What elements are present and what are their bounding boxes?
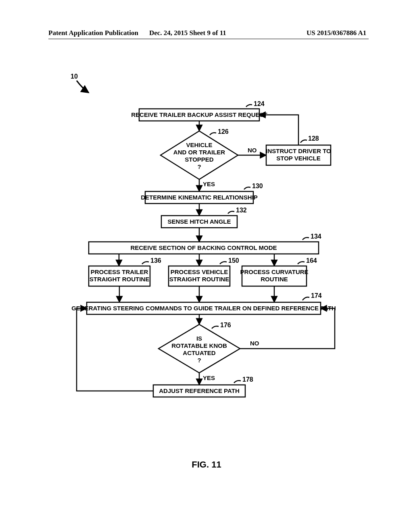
dec176-l4: ? [197,357,201,364]
label-178: 178 [242,376,253,383]
leader-130 [244,187,250,189]
flowchart-svg: 10 RECEIVE TRAILER BACKUP ASSIST REQUEST… [48,60,367,484]
figure-caption: FIG. 11 [0,459,413,470]
leader-164 [298,262,305,264]
dec176-yes: YES [203,374,215,381]
arrow-178-174 [77,308,153,391]
leader-134 [302,237,309,240]
dec126-l1: VEHICLE [186,141,212,148]
box-124-text: RECEIVE TRAILER BACKUP ASSIST REQUEST [131,111,267,118]
dec176-l3: ACTUATED [183,349,216,356]
label-132: 132 [236,207,247,214]
label-176: 176 [220,322,231,328]
leader-124 [246,105,252,107]
flowchart: 10 RECEIVE TRAILER BACKUP ASSIST REQUEST… [48,60,367,484]
dec126-l2: AND OR TRAILER [173,149,225,156]
leader-178 [234,380,241,383]
leader-126 [210,133,216,135]
header-left: Patent Application Publication [48,29,138,37]
page: Patent Application Publication Dec. 24, … [0,0,413,532]
box-136-l1: PROCESS TRAILER [91,268,148,275]
header-right: US 2015/0367886 A1 [307,29,366,37]
label-150: 150 [228,257,239,264]
box-174-text: GENERATING STEERING COMMANDS TO GUIDE TR… [71,305,336,312]
box-178-text: ADJUST REFERENCE PATH [159,387,239,394]
dec176-l1: IS [196,335,202,342]
label-124: 124 [254,100,265,107]
label-134: 134 [311,233,321,240]
dec126-yes: YES [203,181,215,187]
box-136-l2: STRAIGHT ROUTINE [90,276,149,283]
label-174: 174 [311,292,322,299]
box-164-l2: ROUTINE [261,276,288,283]
arrow-128-124 [259,115,298,145]
leader-176 [212,326,219,328]
dec176-no: NO [250,340,259,347]
label-164: 164 [306,257,317,264]
box-150-l1: PROCESS VEHICLE [171,268,228,275]
label-130: 130 [252,183,263,189]
ref-10: 10 [71,73,78,80]
header-center: Dec. 24, 2015 Sheet 9 of 11 [149,29,226,37]
box-150-l2: STRAIGHT ROUTINE [169,276,229,283]
box-132-text: SENSE HITCH ANGLE [168,218,231,225]
label-136: 136 [150,257,161,264]
label-128: 128 [308,135,319,142]
leader-128 [300,140,307,143]
dec126-l3: STOPPED [185,156,214,163]
leader-136 [142,262,149,264]
leader-132 [228,211,234,214]
leader-174 [302,297,309,300]
box-164-l1: PROCESS CURVATURE [240,268,308,275]
dec176-l2: ROTATABLE KNOB [171,342,227,349]
dec126-l4: ? [197,163,201,170]
leader-150 [220,262,227,264]
header-rule [48,39,369,39]
label-126: 126 [218,128,229,135]
box-128-l1: INSTRUCT DRIVER TO [266,148,331,154]
box-134-text: RECEIVE SECTION OF BACKING CONTROL MODE [130,244,277,251]
dec126-no: NO [248,147,257,154]
box-130-text: DETERMINE KINEMATIC RELATIONSHIP [141,194,257,201]
box-128-l2: STOP VEHICLE [276,155,320,162]
ref-arrow [77,81,89,93]
